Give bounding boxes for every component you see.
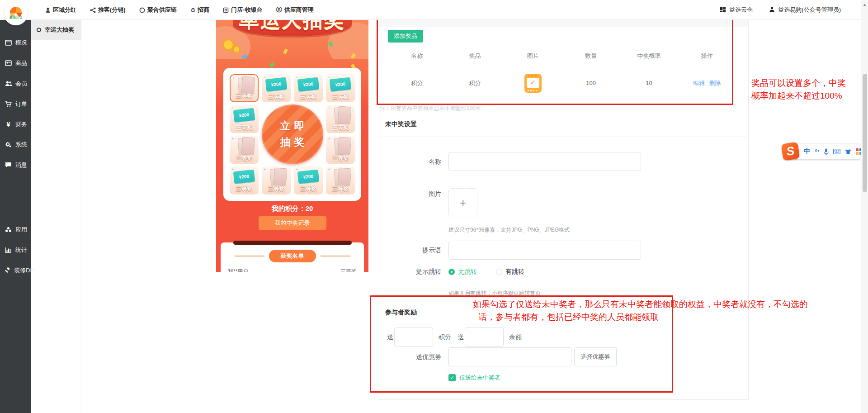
award-icon	[45, 7, 51, 13]
prize-tile-label: 三等奖	[230, 155, 259, 162]
coupon-image: ¥200	[233, 108, 255, 123]
coupon-input[interactable]	[448, 347, 571, 366]
punctuation-icon[interactable]: °’	[815, 148, 819, 156]
prize-tile-phone[interactable]: +˖三等奖	[230, 74, 259, 102]
radio-with-jump[interactable]: 有跳转	[496, 268, 524, 276]
sogou-logo[interactable]: S	[781, 142, 800, 161]
workspace-switcher[interactable]: 益选云仓	[720, 6, 753, 14]
coupon-image: ¥200	[330, 77, 352, 92]
winners-header: 获奖名单	[221, 250, 364, 262]
give-points-input[interactable]	[394, 328, 433, 347]
tip-input[interactable]	[448, 241, 641, 260]
decorative-line	[321, 256, 350, 256]
ime-toolbar: S 中 °’	[788, 144, 861, 159]
radio-label: 有跳转	[505, 268, 524, 276]
nav-item-supplier-mgmt[interactable]: Ⓢ 供应商管理	[276, 6, 314, 14]
yen-icon: ¥	[5, 121, 12, 128]
col-prize: 奖品	[446, 52, 504, 60]
scrollbar-thumb[interactable]	[863, 74, 867, 192]
nav-label: 供应商管理	[284, 6, 314, 14]
prize-tile-coupon[interactable]: +˖¥200三等奖	[326, 74, 355, 102]
prize-tile-coupon[interactable]: +˖¥200三等奖	[262, 74, 291, 102]
prize-tile-label: 三等奖	[262, 185, 291, 193]
svg-text:益选云仓: 益选云仓	[9, 15, 23, 19]
prize-tile-phone[interactable]: +˖三等奖	[326, 166, 355, 195]
winners-title: 获奖名单	[269, 250, 316, 262]
coin-decoration	[232, 45, 241, 53]
phone-prize-image	[237, 138, 251, 155]
prize-table-header: 名称 奖品 图片 数量 中奖概率 操作	[388, 47, 736, 65]
store-icon	[223, 7, 229, 13]
prize-tile-phone[interactable]: +˖三等奖	[262, 166, 291, 195]
nav-item-store-cashier[interactable]: 门店-收银台	[223, 6, 262, 14]
settings-panel: 添加奖品 名称 奖品 图片 数量 中奖概率 操作 积分 积分 100 10 编辑…	[378, 20, 749, 400]
jump-label: 提示跳转	[378, 268, 441, 276]
give-balance-input[interactable]	[465, 328, 504, 347]
sidebar-item-decorate-diy[interactable]: 装修DIY	[0, 260, 31, 280]
annotation-line: 话，参与者都有，包括已经中奖的人员都能领取	[478, 311, 808, 323]
panel-top-strip	[378, 20, 748, 27]
page-scrollbar[interactable]: ▲	[861, 0, 868, 413]
microphone-icon[interactable]	[824, 148, 829, 155]
col-image: 图片	[504, 52, 562, 60]
divider	[378, 137, 749, 137]
sidebar-item-finance[interactable]: ¥ 财务	[0, 114, 31, 134]
confetti	[283, 48, 288, 54]
prize-tile-phone[interactable]: +˖三等奖	[326, 136, 355, 164]
sidebar-label: 应用	[15, 226, 27, 234]
chinese-mode-icon[interactable]: 中	[804, 147, 810, 156]
app-logo[interactable]: 益选云仓	[4, 1, 28, 25]
phone-prize-image	[334, 168, 347, 186]
name-input[interactable]	[448, 152, 641, 171]
prize-tile-coupon[interactable]: +˖¥200三等奖	[294, 74, 323, 102]
cart-icon	[5, 101, 12, 107]
draw-now-button[interactable]: 立即抽奖	[262, 104, 323, 164]
nav-item-distribution[interactable]: 推客(分销)	[90, 6, 126, 14]
my-records-button[interactable]: 我的中奖记录	[259, 216, 326, 230]
scroll-up-arrow[interactable]: ▲	[863, 2, 867, 7]
delete-link[interactable]: 删除	[709, 80, 721, 86]
nav-item-region-dividend[interactable]: 区域分红	[45, 6, 76, 14]
sidebar-item-overview[interactable]: 概况	[0, 33, 31, 53]
topbar: 区域分红 推客(分销) 聚合供应链 ♻ 招商 门店-收银台	[0, 0, 868, 20]
sidebar-item-orders[interactable]: 订单	[0, 94, 31, 114]
sidebar-item-messages[interactable]: 消息	[0, 155, 31, 175]
prize-tile-label: 三等奖	[294, 93, 323, 101]
winner-row-partial: 我**用户 三等奖	[228, 268, 357, 272]
jump-hint: 如果开启有跳转，小程序默认跳转首页	[448, 290, 541, 297]
keyboard-icon[interactable]	[833, 149, 840, 154]
prize-tile-coupon[interactable]: +˖¥200三等奖	[230, 166, 259, 195]
sidebar-item-stats[interactable]: 统计	[0, 240, 31, 260]
sidebar-item-system[interactable]: 系统	[0, 134, 31, 155]
goods-icon	[5, 60, 12, 66]
nav-item-supply-chain[interactable]: 聚合供应链	[139, 6, 177, 14]
sidebar-label: 商品	[15, 59, 27, 67]
gears-icon	[5, 142, 12, 148]
my-points-text: 我的积分：20	[216, 204, 368, 213]
user-menu[interactable]: 益选易购(公众号管理员)	[769, 6, 841, 14]
col-name: 名称	[388, 52, 446, 60]
prize-tile-coupon[interactable]: +˖¥200三等奖	[294, 166, 323, 195]
radio-no-jump[interactable]: 无跳转	[448, 268, 477, 276]
edit-link[interactable]: 编辑	[693, 80, 705, 86]
select-coupon-button[interactable]: 选择优惠券	[574, 347, 617, 366]
prize-tile-phone[interactable]: +˖三等奖	[230, 136, 259, 164]
skin-icon[interactable]	[845, 149, 851, 154]
sidebar-item-members[interactable]: 会员	[0, 73, 31, 94]
annotation-line: 奖品可以设置多个，中奖	[751, 77, 862, 90]
nav-item-investment[interactable]: ♻ 招商	[190, 6, 210, 14]
phone-prize-image	[334, 107, 347, 124]
points-suffix: 积分	[439, 328, 451, 347]
nav-label: 招商	[198, 6, 209, 14]
sidebar-item-apps[interactable]: 应用	[0, 219, 31, 240]
image-upload-box[interactable]: +	[448, 188, 477, 217]
prize-tile-phone[interactable]: +˖三等奖	[326, 105, 355, 133]
submenu-item-lucky-draw[interactable]: 幸运大抽奖	[31, 20, 81, 40]
image-hint: 建议尺寸96*96像素，支持JPG、PNG、JPEG格式	[448, 226, 570, 234]
prize-tile-label: 三等奖	[231, 92, 258, 100]
add-prize-button[interactable]: 添加奖品	[388, 30, 423, 43]
supplier-icon: Ⓢ	[276, 6, 282, 14]
prize-tile-coupon[interactable]: +˖¥200三等奖	[230, 105, 259, 133]
sidebar-item-goods[interactable]: 商品	[0, 53, 31, 73]
only-non-winners-checkbox[interactable]: ✓ 仅送给未中奖者	[448, 374, 500, 382]
